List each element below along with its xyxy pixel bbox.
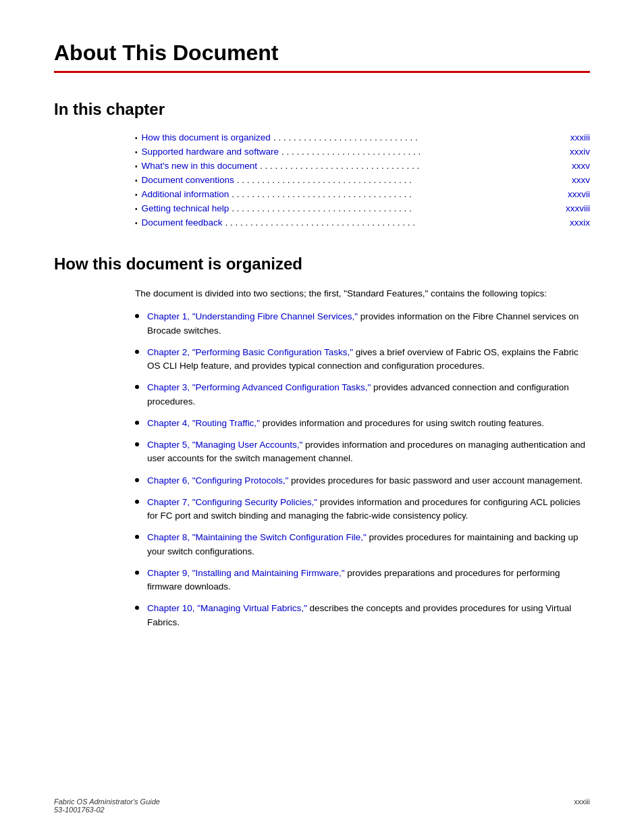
bullet-dot xyxy=(135,606,139,610)
footer-page-number: xxxiii xyxy=(574,798,590,814)
toc-page-number[interactable]: xxxiii xyxy=(570,132,590,142)
page-footer: Fabric OS Administrator's Guide 53-10017… xyxy=(54,798,590,814)
chapter-link[interactable]: Chapter 3, "Performing Advanced Configur… xyxy=(147,382,371,392)
bullet-dot xyxy=(135,421,139,425)
bullet-text: Chapter 6, "Configuring Protocols," prov… xyxy=(147,474,590,488)
organized-section-heading: How this document is organized xyxy=(54,255,590,273)
bullet-dot xyxy=(135,571,139,575)
footer-doc-number: 53-1001763-02 xyxy=(54,806,105,814)
bullet-dot xyxy=(135,535,139,539)
list-item: Chapter 10, "Managing Virtual Fabrics," … xyxy=(135,602,590,629)
toc-item: •What's new in this document. . . . . . … xyxy=(135,161,590,171)
list-item: Chapter 8, "Maintaining the Switch Confi… xyxy=(135,531,590,558)
chapter-link[interactable]: Chapter 10, "Managing Virtual Fabrics," xyxy=(147,603,307,613)
toc-item: •Getting technical help. . . . . . . . .… xyxy=(135,203,590,213)
bullet-text: Chapter 8, "Maintaining the Switch Confi… xyxy=(147,531,590,558)
toc-container: •How this document is organized . . . . … xyxy=(135,132,590,228)
bullet-dot xyxy=(135,478,139,482)
toc-item: •Supported hardware and software. . . . … xyxy=(135,147,590,157)
toc-bullet: • xyxy=(135,134,138,142)
toc-item: •Document feedback. . . . . . . . . . . … xyxy=(135,217,590,228)
bullet-text: Chapter 10, "Managing Virtual Fabrics," … xyxy=(147,602,590,629)
toc-page-number[interactable]: xxxix xyxy=(570,217,590,228)
footer-left: Fabric OS Administrator's Guide 53-10017… xyxy=(54,798,160,814)
toc-dots: . . . . . . . . . . . . . . . . . . . . … xyxy=(237,175,569,185)
bullet-text: Chapter 3, "Performing Advanced Configur… xyxy=(147,381,590,409)
list-item: Chapter 2, "Performing Basic Configurati… xyxy=(135,346,590,373)
toc-dots: . . . . . . . . . . . . . . . . . . . . … xyxy=(281,147,567,157)
toc-bullet: • xyxy=(135,149,138,156)
bullet-text: Chapter 4, "Routing Traffic," provides i… xyxy=(147,417,590,430)
bullet-dot xyxy=(135,350,139,354)
toc-dots: . . . . . . . . . . . . . . . . . . . . … xyxy=(232,189,565,199)
toc-dots: . . . . . . . . . . . . . . . . . . . . … xyxy=(225,217,567,228)
bullet-dot xyxy=(135,500,139,504)
toc-bullet: • xyxy=(135,219,138,227)
footer-guide-title: Fabric OS Administrator's Guide xyxy=(54,798,160,806)
toc-item: •How this document is organized . . . . … xyxy=(135,132,590,142)
list-item: Chapter 1, "Understanding Fibre Channel … xyxy=(135,310,590,338)
toc-link[interactable]: Supported hardware and software xyxy=(142,147,279,157)
chapter-link[interactable]: Chapter 4, "Routing Traffic," xyxy=(147,418,260,428)
toc-section-heading: In this chapter xyxy=(54,100,590,119)
list-item: Chapter 3, "Performing Advanced Configur… xyxy=(135,381,590,409)
list-item: Chapter 5, "Managing User Accounts," pro… xyxy=(135,438,590,466)
toc-item: •Document conventions. . . . . . . . . .… xyxy=(135,175,590,185)
toc-link[interactable]: Getting technical help xyxy=(142,203,230,213)
toc-page-number[interactable]: xxxv xyxy=(572,175,590,185)
list-item: Chapter 9, "Installing and Maintaining F… xyxy=(135,567,590,594)
organized-intro: The document is divided into two section… xyxy=(135,287,590,301)
toc-link[interactable]: Document feedback xyxy=(142,217,223,228)
chapter-link[interactable]: Chapter 2, "Performing Basic Configurati… xyxy=(147,347,353,357)
chapter-link[interactable]: Chapter 1, "Understanding Fibre Channel … xyxy=(147,311,358,321)
bullet-text: Chapter 9, "Installing and Maintaining F… xyxy=(147,567,590,594)
bullet-text: Chapter 2, "Performing Basic Configurati… xyxy=(147,346,590,373)
toc-page-number[interactable]: xxxviii xyxy=(566,203,590,213)
red-rule-divider xyxy=(54,71,590,73)
bullet-text: Chapter 1, "Understanding Fibre Channel … xyxy=(147,310,590,338)
bullet-dot xyxy=(135,385,139,389)
toc-link[interactable]: Document conventions xyxy=(142,175,234,185)
list-item: Chapter 7, "Configuring Security Policie… xyxy=(135,496,590,523)
chapter-link[interactable]: Chapter 6, "Configuring Protocols," xyxy=(147,475,288,486)
list-item: Chapter 6, "Configuring Protocols," prov… xyxy=(135,474,590,488)
bullet-dot xyxy=(135,442,139,446)
chapter-link[interactable]: Chapter 9, "Installing and Maintaining F… xyxy=(147,568,344,578)
chapter-link[interactable]: Chapter 5, "Managing User Accounts," xyxy=(147,440,302,450)
toc-page-number[interactable]: xxxv xyxy=(572,161,590,171)
organized-section-content: The document is divided into two section… xyxy=(135,287,590,629)
toc-bullet: • xyxy=(135,163,138,170)
page-container: About This Document In this chapter •How… xyxy=(0,0,644,834)
toc-dots: . . . . . . . . . . . . . . . . . . . . … xyxy=(260,161,569,171)
toc-bullet: • xyxy=(135,191,138,199)
toc-page-number[interactable]: xxxiv xyxy=(570,147,590,157)
toc-bullet: • xyxy=(135,177,138,184)
chapter-link[interactable]: Chapter 7, "Configuring Security Policie… xyxy=(147,497,317,507)
toc-dots: . . . . . . . . . . . . . . . . . . . . … xyxy=(273,132,568,142)
toc-item: •Additional information. . . . . . . . .… xyxy=(135,189,590,199)
page-title: About This Document xyxy=(54,41,590,66)
bullet-text: Chapter 5, "Managing User Accounts," pro… xyxy=(147,438,590,466)
chapter-link[interactable]: Chapter 8, "Maintaining the Switch Confi… xyxy=(147,532,367,542)
list-item: Chapter 4, "Routing Traffic," provides i… xyxy=(135,417,590,430)
toc-page-number[interactable]: xxxvii xyxy=(568,189,590,199)
toc-dots: . . . . . . . . . . . . . . . . . . . . … xyxy=(232,203,563,213)
toc-link[interactable]: Additional information xyxy=(142,189,230,199)
toc-link[interactable]: How this document is organized xyxy=(142,132,271,142)
bullet-dot xyxy=(135,314,139,318)
bullet-text: Chapter 7, "Configuring Security Policie… xyxy=(147,496,590,523)
toc-link[interactable]: What's new in this document xyxy=(142,161,257,171)
toc-bullet: • xyxy=(135,205,138,213)
chapter-list: Chapter 1, "Understanding Fibre Channel … xyxy=(135,310,590,629)
